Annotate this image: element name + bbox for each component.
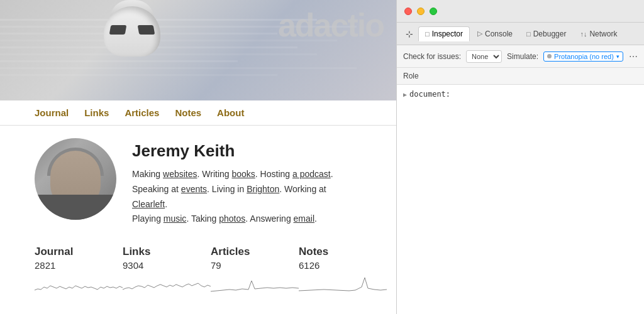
debugger-icon: □ (526, 30, 531, 38)
tab-pick-element[interactable]: ⊹ (402, 26, 417, 41)
tab-console[interactable]: ▷ Console (471, 27, 519, 41)
stat-journal-label: Journal (35, 246, 123, 258)
devtools-toolbar: Check for issues: None Simulate: Protano… (397, 45, 644, 68)
bio-link-websites[interactable]: websites (163, 169, 197, 179)
stat-articles: Articles 79 (211, 246, 299, 296)
stats-section: Journal 2821 Links 9304 Articles 79 Note… (0, 239, 396, 302)
bio-link-events[interactable]: events (181, 184, 207, 194)
console-icon: ▷ (477, 30, 482, 38)
nav-journal[interactable]: Journal (35, 107, 69, 118)
sparkline-links (123, 274, 211, 293)
site-nav: Journal Links Articles Notes About (0, 100, 396, 126)
sparkline-articles (211, 274, 299, 293)
tab-inspector-label: Inspector (432, 30, 463, 38)
bio-text-3: Playing music. Taking photos. Answering … (132, 214, 317, 224)
stat-articles-label: Articles (211, 246, 299, 258)
accessibility-tree: ▶ document: (397, 85, 644, 314)
stat-journal-value: 2821 (35, 260, 123, 271)
devtools-tabs: ⊹ □ Inspector ▷ Console □ Debugger ↑↓ Ne… (397, 23, 644, 45)
stat-links-value: 9304 (123, 260, 211, 271)
traffic-light-minimize[interactable] (417, 8, 425, 15)
simulate-select[interactable]: Protanopia (no red) ▾ (543, 51, 623, 62)
profile-name: Jeremy Keith (132, 141, 362, 161)
stat-links-label: Links (123, 246, 211, 258)
tab-inspector[interactable]: □ Inspector (418, 26, 470, 41)
network-icon: ↑↓ (580, 30, 587, 38)
role-section: Role (397, 68, 644, 85)
sparkline-journal (35, 274, 123, 293)
bio-link-photos[interactable]: photos (219, 214, 245, 224)
avatar-shoulder (35, 195, 116, 220)
check-issues-label: Check for issues: (403, 52, 461, 61)
nav-links[interactable]: Links (84, 107, 109, 118)
tab-debugger[interactable]: □ Debugger (520, 27, 572, 41)
traffic-light-close[interactable] (404, 8, 412, 15)
bio-link-podcast[interactable]: a podcast (292, 169, 331, 179)
traffic-light-maximize[interactable] (430, 8, 437, 15)
simulate-label: Simulate: (507, 52, 538, 61)
profile-info: Jeremy Keith Making websites. Writing bo… (132, 138, 362, 227)
website-area: adactio Journal Links Articles Notes Abo… (0, 0, 396, 314)
figure-head (104, 6, 160, 57)
site-header: adactio (0, 0, 396, 100)
simulate-color-dot (547, 54, 552, 58)
devtools-panel: ⊹ □ Inspector ▷ Console □ Debugger ↑↓ Ne… (396, 0, 644, 314)
profile-section: Jeremy Keith Making websites. Writing bo… (0, 126, 396, 239)
bio-link-brighton[interactable]: Brighton (247, 184, 279, 194)
bio-link-email[interactable]: email (294, 214, 314, 224)
simulate-chevron-icon: ▾ (616, 53, 619, 60)
simulate-value-text: Protanopia (no red) (554, 53, 614, 60)
bio-link-clearleft[interactable]: Clearleft (132, 199, 165, 209)
stat-links: Links 9304 (123, 246, 211, 296)
bio-text-2: Speaking at events. Living in Brighton. … (132, 184, 326, 209)
tab-network[interactable]: ↑↓ Network (574, 27, 623, 41)
eye-right (138, 25, 155, 35)
bio-link-music[interactable]: music (164, 214, 187, 224)
nav-notes[interactable]: Notes (175, 107, 201, 118)
stat-notes-label: Notes (299, 246, 387, 258)
stat-notes-value: 6126 (299, 260, 387, 271)
more-options-icon[interactable]: ⋯ (629, 51, 638, 62)
pick-element-icon: ⊹ (406, 29, 413, 39)
nav-articles[interactable]: Articles (125, 107, 159, 118)
banner-figure (75, 6, 189, 94)
profile-bio: Making websites. Writing books. Hosting … (132, 167, 362, 227)
stat-journal: Journal 2821 (35, 246, 123, 296)
site-logo: adactio (278, 6, 384, 44)
check-issues-select[interactable]: None (466, 50, 502, 63)
stat-notes: Notes 6126 (299, 246, 387, 296)
stat-articles-value: 79 (211, 260, 299, 271)
role-label: Role (403, 72, 419, 80)
tab-network-label: Network (589, 30, 617, 38)
tree-document-label: document: (409, 90, 450, 99)
tab-debugger-label: Debugger (533, 30, 567, 38)
sparkline-notes (299, 274, 387, 293)
inspector-icon: □ (425, 30, 430, 38)
avatar (35, 138, 116, 220)
eye-left (109, 25, 127, 35)
bio-link-books[interactable]: books (231, 169, 255, 179)
devtools-titlebar (397, 0, 644, 23)
bio-text-1: Making websites. Writing books. Hosting … (132, 169, 333, 179)
nav-about[interactable]: About (217, 107, 244, 118)
tab-console-label: Console (485, 30, 513, 38)
tree-arrow-icon: ▶ (403, 91, 407, 98)
banner-image: adactio (0, 0, 396, 100)
tree-item-document[interactable]: ▶ document: (403, 89, 638, 100)
